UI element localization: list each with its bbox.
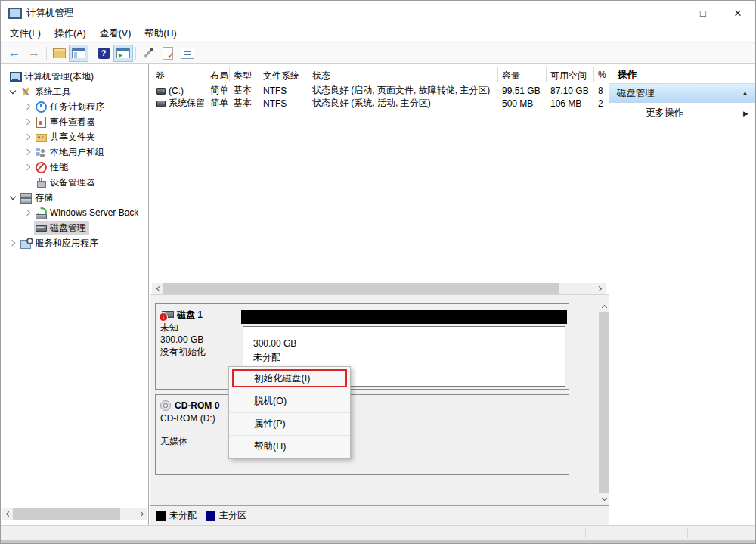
toolbar-icon[interactable] (94, 45, 113, 62)
tree-item[interactable]: 服务和应用程序 (1, 235, 148, 250)
middle-panel: 卷 布局 类型 文件系统 状态 容量 可用空间 % (C:) (150, 64, 610, 525)
volume-status: 状态良好 (系统, 活动, 主分区) (308, 97, 498, 110)
tree-list: 计算机管理(本地) 系统工具 (1, 69, 148, 250)
toolbar-icon[interactable] (135, 47, 136, 60)
expander-icon[interactable] (7, 85, 19, 98)
volume-status: 状态良好 (启动, 页面文件, 故障转储, 主分区) (308, 84, 498, 97)
toolbar-icon[interactable] (5, 45, 24, 62)
console-tree-panel: 计算机管理(本地) 系统工具 (1, 64, 149, 525)
context-menu-item[interactable]: 属性(P) (229, 412, 350, 435)
expander-icon[interactable] (22, 116, 34, 128)
tree-item-icon (9, 70, 21, 82)
legend-swatch (206, 511, 215, 521)
column-header-percent[interactable]: % (594, 67, 606, 82)
column-header-filesystem[interactable]: 文件系统 (259, 67, 308, 82)
tree-item[interactable]: 设备管理器 (1, 175, 148, 190)
scrollbar-thumb[interactable] (13, 508, 120, 520)
cdrom-name: CD-ROM 0 (175, 400, 219, 411)
expander-icon[interactable] (22, 176, 34, 188)
status-divider (585, 528, 586, 538)
disk1-name: 磁盘 1 (177, 309, 203, 322)
tree-item[interactable]: 计算机管理(本地) (1, 69, 148, 84)
legend-item: 未分配 (156, 509, 201, 522)
expander-icon[interactable] (22, 207, 34, 219)
expander-icon[interactable] (22, 101, 34, 113)
expander-icon[interactable] (22, 146, 34, 158)
tree-item-label: 存储 (35, 191, 53, 204)
tree-item-label: 性能 (50, 161, 68, 174)
volume-list-pane: 卷 布局 类型 文件系统 状态 容量 可用空间 % (C:) (150, 64, 610, 294)
more-actions-item[interactable]: 更多操作 ▶ (609, 103, 755, 123)
tree-item[interactable]: 任务计划程序 (1, 99, 148, 114)
scroll-right-icon[interactable] (594, 283, 606, 294)
tree-item[interactable]: 系统工具 (1, 84, 148, 99)
menu-item[interactable]: 查看(V) (93, 25, 138, 42)
toolbar-icon[interactable] (178, 45, 197, 62)
column-header-type[interactable]: 类型 (230, 67, 259, 82)
tree-item-icon (35, 101, 47, 113)
tree-item[interactable]: 共享文件夹 (1, 129, 148, 145)
tree-item[interactable]: 磁盘管理 (1, 220, 148, 235)
volume-layout: 简单 (206, 84, 230, 97)
actions-section-disk-management[interactable]: 磁盘管理 ▲ (609, 84, 755, 103)
volume-table-header: 卷 布局 类型 文件系统 状态 容量 可用空间 % (152, 67, 606, 82)
tree-item-icon (35, 116, 47, 128)
volume-capacity: 99.51 GB (498, 85, 547, 96)
context-menu: 初始化磁盘(I) 脱机(O) 属性(P) 帮助(H) (228, 366, 351, 459)
volume-row[interactable]: (C:) 简单 基本 NTFS 状态良好 (启动, 页面文件, 故障转储, 主分… (152, 84, 606, 97)
toolbar-icon[interactable] (91, 47, 91, 60)
volume-layout: 简单 (206, 97, 230, 110)
tree-item-icon (35, 131, 47, 143)
tree-item[interactable]: 本地用户和组 (1, 145, 148, 160)
scrollbar-thumb[interactable] (163, 283, 559, 294)
column-header-capacity[interactable]: 容量 (498, 67, 547, 82)
context-menu-item[interactable]: 脱机(O) (229, 390, 350, 412)
context-menu-item[interactable]: 帮助(H) (229, 435, 350, 458)
collapse-icon[interactable]: ▲ (742, 89, 748, 97)
menu-item[interactable]: 文件(F) (3, 25, 48, 42)
scroll-left-icon[interactable] (2, 508, 13, 520)
computer-management-window: 计算机管理 – □ ✕ 文件(F)操作(A)查看(V)帮助(H) 计算机 (0, 0, 756, 544)
toolbar-icon[interactable] (49, 45, 69, 62)
column-header-volume[interactable]: 卷 (152, 67, 206, 82)
disk1-status: 没有初始化 (160, 346, 235, 358)
toolbar-icon[interactable] (138, 45, 158, 62)
main-area: 计算机管理(本地) 系统工具 (1, 64, 755, 525)
volume-horizontal-scrollbar[interactable] (152, 283, 606, 294)
toolbar-icon[interactable] (69, 45, 88, 62)
toolbar-icon[interactable] (46, 47, 47, 60)
actions-section-label: 磁盘管理 (617, 87, 655, 100)
scroll-left-icon[interactable] (152, 283, 163, 294)
toolbar-icon[interactable] (24, 45, 44, 62)
menu-item[interactable]: 操作(A) (48, 25, 93, 42)
tree-item-icon (35, 207, 47, 219)
submenu-arrow-icon: ▶ (743, 110, 748, 117)
pane-splitter[interactable] (150, 294, 610, 300)
context-menu-item[interactable]: 初始化磁盘(I) (229, 367, 350, 390)
column-header-layout[interactable]: 布局 (206, 67, 230, 82)
scroll-right-icon[interactable] (136, 508, 147, 520)
tree-item[interactable]: 存储 (1, 190, 148, 205)
tree-item[interactable]: 性能 (1, 160, 148, 175)
maximize-button[interactable]: □ (686, 1, 720, 25)
column-header-status[interactable]: 状态 (308, 67, 498, 82)
expander-icon[interactable] (22, 161, 34, 173)
menu-item[interactable]: 帮助(H) (138, 25, 183, 42)
legend-item: 主分区 (206, 509, 251, 522)
minimize-button[interactable]: – (651, 1, 686, 25)
legend-label: 未分配 (169, 509, 197, 522)
partition-label: 未分配 (253, 350, 565, 364)
tree-item[interactable]: 事件查看器 (1, 114, 148, 129)
disk-graph-pane: 磁盘 1 未知 300.00 GB 没有初始化 300.00 GB 未分配 (150, 300, 610, 525)
expander-icon[interactable] (7, 237, 19, 249)
volume-row[interactable]: 系统保留 简单 基本 NTFS 状态良好 (系统, 活动, 主分区) 500 M… (152, 97, 606, 110)
tree-horizontal-scrollbar[interactable] (2, 508, 147, 520)
toolbar-icon[interactable] (158, 45, 178, 62)
close-button[interactable]: ✕ (720, 1, 755, 25)
expander-icon[interactable] (22, 131, 34, 143)
toolbar-icon[interactable] (113, 45, 133, 62)
tree-item[interactable]: Windows Server Back (1, 205, 148, 220)
expander-icon[interactable] (22, 222, 34, 234)
expander-icon[interactable] (7, 191, 19, 204)
column-header-free[interactable]: 可用空间 (547, 67, 594, 82)
